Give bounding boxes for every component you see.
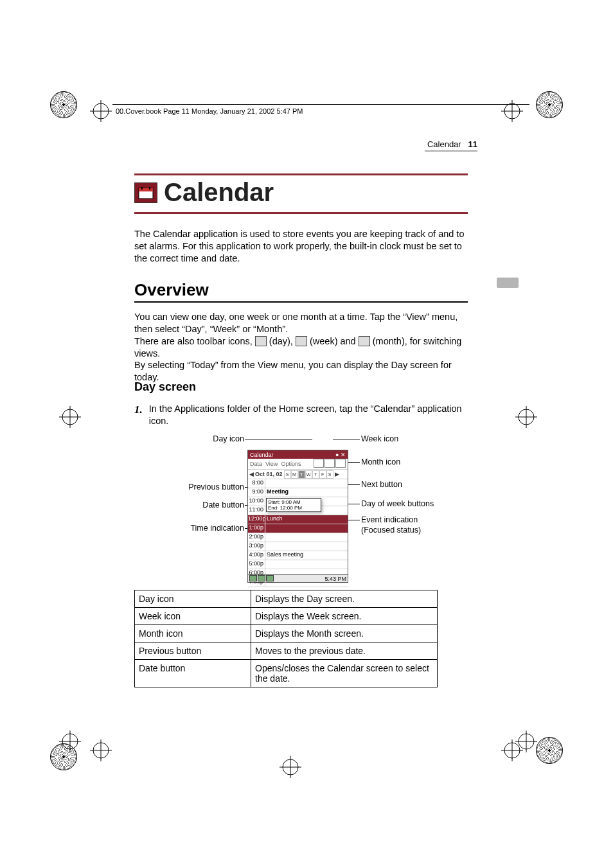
overview-p2: There are also toolbar icons, (day), (we… [134,335,468,360]
overview-p1: You can view one day, one week or one mo… [134,311,468,335]
table-row: Previous buttonMoves to the previous dat… [135,642,438,660]
previous-date-icon[interactable]: ◀ [249,471,254,477]
dow-f[interactable]: F [319,470,326,479]
svg-rect-28 [139,188,153,191]
day-view-icon [255,336,267,346]
day-of-week-buttons: S M T W T F S [284,470,333,479]
status-time: 5:43 PM [324,576,346,582]
running-head-rule [425,150,477,152]
menu-options[interactable]: Options [281,461,301,467]
window-titlebar: Calendar ● ✕ [248,450,348,459]
table-cell-key: Week icon [135,608,251,625]
window-controls-icon: ● ✕ [335,452,346,458]
table-cell-key: Previous button [135,642,251,660]
registration-mark-icon [536,91,563,118]
dow-t[interactable]: T [298,470,305,479]
callout-month-icon: Month icon [361,457,400,466]
menu-view[interactable]: View [265,461,278,467]
menu-bar: Data View Options [248,459,348,470]
callout-event-indication: Event indication [361,515,418,524]
dow-w[interactable]: W [305,470,312,479]
header-rule [112,104,529,105]
status-bar: 5:43 PM [248,574,348,582]
table-row: Month iconDisplays the Month screen. [135,625,438,642]
callout-next-button: Next button [361,480,402,489]
intro-paragraph: The Calendar application is used to stor… [134,228,468,265]
callout-day-icon: Day icon [213,434,244,443]
table-cell-key: Day icon [135,590,251,608]
step-1: 1. In the Applications folder of the Hom… [134,403,468,427]
dow-th[interactable]: T [312,470,319,479]
manual-page: 00.Cover.book Page 11 Monday, January 21… [0,0,613,868]
time-slot: 8:00 [248,479,348,488]
step-1-number: 1. [134,403,143,427]
crosshair-icon [515,406,537,428]
table-row: Date buttonOpens/closes the Calendar scr… [135,660,438,687]
date-button[interactable]: Oct 01, 02 [255,471,283,477]
thumb-tab [497,278,519,288]
crosshair-icon [501,740,523,761]
callout-time-indication: Time indication [190,524,244,533]
crosshair-icon [59,731,81,752]
status-icon [258,575,265,581]
menu-data[interactable]: Data [250,461,262,467]
week-view-icon[interactable] [324,459,335,468]
calendar-screenshot: Calendar ● ✕ Data View Options ◀ Oct 01,… [247,450,348,583]
time-slot: 4:00pSales meeting [248,551,348,560]
time-slot: 5:00p [248,560,348,569]
print-header: 00.Cover.book Page 11 Monday, January 21… [116,107,303,115]
event-sales[interactable]: Sales meeting [265,551,348,560]
tooltip-end: End: 12:00 PM [268,505,319,511]
event-tooltip: Start: 9:00 AM End: 12:00 PM [266,498,321,512]
table-cell-value: Displays the Month screen. [251,625,438,642]
crosshair-icon [59,406,81,428]
day-view-icon[interactable] [314,459,324,468]
overview-heading: Overview [134,280,468,300]
callout-date-button: Date button [202,500,244,509]
dow-sa[interactable]: S [326,470,333,479]
crosshair-icon [90,740,112,761]
time-slot: 1:00p [248,524,348,533]
page-number: 11 [468,139,477,149]
time-slot: 2:00p [248,533,348,542]
table-row: Week iconDisplays the Week screen. [135,608,438,625]
callout-week-icon: Week icon [361,434,398,443]
time-slot: 12:00pLunch [248,515,348,524]
event-meeting[interactable]: Meeting [265,488,348,497]
table-cell-value: Displays the Week screen. [251,608,438,625]
chapter-header: Calendar [134,173,468,214]
week-view-icon [296,336,307,346]
month-view-icon[interactable] [335,459,346,468]
table-cell-key: Date button [135,660,251,687]
day-screen-heading: Day screen [134,380,468,394]
calendar-app-icon [134,182,157,203]
date-bar: ◀ Oct 01, 02 S M T W T F S ▶ [248,470,348,479]
overview-heading-block: Overview [134,280,468,303]
month-view-icon [359,336,370,346]
table-cell-value: Moves to the previous date. [251,642,438,660]
crosshair-icon [280,756,301,778]
callout-focused-status: (Focused status) [361,526,421,535]
table-row: Day iconDisplays the Day screen. [135,590,438,608]
time-slot: 9:00Meeting [248,488,348,497]
callout-previous-button: Previous button [188,483,244,492]
event-lunch[interactable]: Lunch [265,515,348,524]
running-head-label: Calendar [427,139,461,149]
dow-m[interactable]: M [291,470,298,479]
registration-mark-icon [50,91,77,118]
step-1-text: In the Applications folder of the Home s… [149,403,468,427]
time-slot: 3:00p [248,542,348,551]
crosshair-icon [90,100,112,122]
day-screen-diagram: Day icon Previous button Date button Tim… [154,432,463,585]
status-icon [266,575,274,581]
tooltip-start: Start: 9:00 AM [268,499,319,505]
next-date-icon[interactable]: ▶ [335,471,339,477]
overview-body: You can view one day, one week or one mo… [134,311,468,384]
icon-description-table: Day iconDisplays the Day screen. Week ic… [134,590,438,687]
table-cell-value: Opens/closes the Calendar screen to sele… [251,660,438,687]
table-cell-value: Displays the Day screen. [251,590,438,608]
table-cell-key: Month icon [135,625,251,642]
status-icon [249,575,257,581]
dow-s[interactable]: S [284,470,291,479]
window-title: Calendar [250,452,274,458]
